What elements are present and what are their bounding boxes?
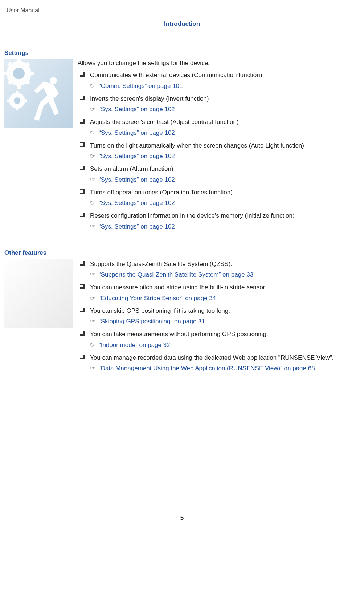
list-item-text: You can skip GPS positioning if it is ta… [90, 307, 230, 314]
list-item: You can measure pitch and stride using t… [78, 283, 360, 292]
list-item-text: Sets an alarm (Alarm function) [90, 165, 173, 172]
other-thumbnail [4, 259, 73, 328]
blank-thumbnail-icon [4, 259, 73, 328]
section-settings: Allows you to change the settings for th… [4, 59, 360, 235]
section-title-settings: Settings [4, 49, 360, 57]
list-item-text: Supports the Quasi-Zenith Satellite Syst… [90, 261, 232, 267]
xref-link[interactable]: ☞“Comm. Settings” on page 101 [78, 82, 360, 90]
list-item-text: Resets configuration information in the … [90, 212, 295, 219]
other-content: Supports the Quasi-Zenith Satellite Syst… [78, 259, 360, 377]
list-item: Sets an alarm (Alarm function) [78, 164, 360, 174]
svg-point-11 [14, 97, 20, 104]
pointer-icon: ☞ [90, 294, 99, 302]
pointer-icon: ☞ [90, 152, 99, 160]
svg-line-8 [9, 80, 12, 84]
xref-link[interactable]: ☞“Sys. Settings” on page 102 [78, 105, 360, 113]
running-head: User Manual [7, 7, 360, 14]
svg-point-1 [13, 68, 25, 79]
xref-link[interactable]: ☞“Sys. Settings” on page 102 [78, 152, 360, 160]
list-item: Adjusts the screen's contrast (Adjust co… [78, 117, 360, 127]
settings-content: Allows you to change the settings for th… [78, 59, 360, 235]
pointer-icon: ☞ [90, 129, 99, 137]
list-item: You can manage recorded data using the d… [78, 353, 360, 363]
list-item-text: Adjusts the screen's contrast (Adjust co… [90, 118, 239, 125]
list-item-text: Inverts the screen's display (Invert fun… [90, 95, 209, 102]
list-item: Communicates with external devices (Comm… [78, 70, 360, 80]
chapter-title: Introduction [4, 20, 360, 28]
pointer-icon: ☞ [90, 82, 99, 90]
svg-rect-17 [4, 259, 73, 328]
list-item-text: You can manage recorded data using the d… [90, 354, 334, 361]
xref-link[interactable]: ☞“Skipping GPS positioning” on page 31 [78, 318, 360, 325]
section-title-other: Other features [4, 249, 360, 257]
pointer-icon: ☞ [90, 271, 99, 278]
svg-point-16 [50, 77, 57, 84]
page: User Manual Introduction Settings [0, 0, 364, 536]
section-other: Supports the Quasi-Zenith Satellite Syst… [4, 259, 360, 377]
xref-link[interactable]: ☞“Sys. Settings” on page 102 [78, 129, 360, 137]
xref-link[interactable]: ☞“Sys. Settings” on page 102 [78, 223, 360, 230]
page-number: 5 [4, 515, 360, 522]
list-item-text: Communicates with external devices (Comm… [90, 72, 262, 78]
list-item: You can take measurements without perfor… [78, 330, 360, 339]
xref-link[interactable]: ☞“Supports the Quasi-Zenith Satellite Sy… [78, 271, 360, 278]
list-item: Inverts the screen's display (Invert fun… [78, 94, 360, 104]
list-item: Turns off operation tones (Operation Ton… [78, 188, 360, 197]
list-item: You can skip GPS positioning if it is ta… [78, 306, 360, 316]
pointer-icon: ☞ [90, 364, 99, 372]
list-item-text: Turns on the light automatically when th… [90, 142, 304, 149]
pointer-icon: ☞ [90, 199, 99, 207]
list-item-text: You can measure pitch and stride using t… [90, 284, 266, 291]
pointer-icon: ☞ [90, 341, 99, 349]
svg-line-6 [9, 63, 12, 67]
xref-link[interactable]: ☞“Indoor mode” on page 32 [78, 341, 360, 349]
pointer-icon: ☞ [90, 176, 99, 183]
list-item-text: You can take measurements without perfor… [90, 331, 268, 338]
pointer-icon: ☞ [90, 318, 99, 325]
settings-lead: Allows you to change the settings for th… [78, 60, 360, 67]
pointer-icon: ☞ [90, 105, 99, 113]
pointer-icon: ☞ [90, 223, 99, 230]
list-item-text: Turns off operation tones (Operation Ton… [90, 189, 233, 196]
svg-line-9 [25, 63, 29, 67]
settings-list: Communicates with external devices (Comm… [78, 70, 360, 230]
gears-runner-icon [4, 59, 73, 128]
xref-link[interactable]: ☞“Data Management Using the Web Applicat… [78, 364, 360, 372]
list-item: Supports the Quasi-Zenith Satellite Syst… [78, 259, 360, 269]
other-list: Supports the Quasi-Zenith Satellite Syst… [78, 259, 360, 372]
list-item: Resets configuration information in the … [78, 211, 360, 221]
svg-line-7 [25, 80, 29, 84]
settings-thumbnail [4, 59, 73, 128]
list-item: Turns on the light automatically when th… [78, 141, 360, 150]
xref-link[interactable]: ☞“Sys. Settings” on page 102 [78, 199, 360, 207]
xref-link[interactable]: ☞“Educating Your Stride Sensor” on page … [78, 294, 360, 302]
xref-link[interactable]: ☞“Sys. Settings” on page 102 [78, 176, 360, 183]
